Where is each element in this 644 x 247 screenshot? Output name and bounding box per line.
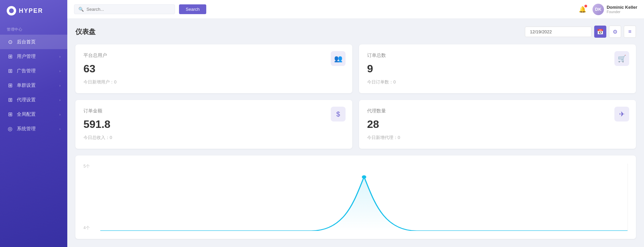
chart-y-labels: 5个4个 [83,164,94,231]
stat-icon-order-amount: $ [331,107,346,121]
sidebar-icon-agent: ⊞ [7,97,13,103]
search-input[interactable] [86,7,171,12]
sidebar-logo: HYPER [0,0,67,22]
stat-label-total-users: 平台总用户 [83,52,344,59]
sidebar-item-agent[interactable]: ⊞代理设置› [0,93,67,107]
sidebar-arrow-global: › [59,112,61,116]
stat-value-total-users: 63 [83,63,344,75]
search-wrapper: 🔍 [74,4,175,14]
stat-footer-total-users: 今日新增用户：0 [83,79,344,85]
stat-icon-agent-count: ✈ [614,107,629,121]
settings-button[interactable]: ⚙ [609,26,621,38]
content-header: 仪表盘 📅 ⚙ ≡ [75,26,636,38]
calendar-button[interactable]: 📅 [594,26,606,38]
chart-svg [100,164,628,231]
stat-label-order-amount: 订单金额 [83,108,344,114]
stats-grid: 平台总用户 63 今日新增用户：0 👥 订单总数 9 今日订单数：0 🛒 订单金… [75,44,636,149]
sidebar-label-home: 后台首页 [17,39,36,45]
sidebar-label-cluster: 单群设置 [17,82,36,89]
sidebar-label-ad: 广告管理 [17,68,36,74]
stat-footer-total-orders: 今日订单数：0 [367,79,628,85]
sidebar-label-user: 用户管理 [17,54,36,60]
stat-card-order-amount: 订单金额 591.8 今日总收入：0 $ [75,100,352,149]
sidebar-item-home[interactable]: ⊙后台首页 [0,35,67,49]
chart-card: 5个4个 [75,155,636,239]
logo-text: HYPER [19,7,43,14]
filter-icon: ≡ [628,29,631,35]
content-area: 仪表盘 📅 ⚙ ≡ 平台总用户 63 今日新增用户：0 👥 订单总数 9 今日订… [67,19,644,247]
avatar: DK [593,4,604,15]
sidebar-label-agent: 代理设置 [17,97,36,103]
header: 🔍 Search 🔔 DK Dominic Keller Founder [67,0,644,19]
sidebar-label-system: 系统管理 [17,126,36,132]
sidebar-section-label: 管理中心 [0,22,67,35]
stat-card-total-users: 平台总用户 63 今日新增用户：0 👥 [75,44,352,93]
sidebar-icon-ad: ⊞ [7,68,13,74]
stat-icon-total-orders: 🛒 [614,51,629,66]
page-title: 仪表盘 [75,27,96,36]
sidebar: HYPER 管理中心 ⊙后台首页⊞用户管理›⊞广告管理›⊞单群设置›⊞代理设置›… [0,0,67,247]
logo-icon [7,6,16,15]
stat-card-agent-count: 代理数量 28 今日新增代理：0 ✈ [359,100,636,149]
stat-value-total-orders: 9 [367,63,628,75]
sidebar-item-user[interactable]: ⊞用户管理› [0,49,67,64]
sidebar-arrow-system: › [59,127,61,131]
sidebar-item-global[interactable]: ⊞全局配置› [0,107,67,121]
settings-icon: ⚙ [613,29,617,35]
sidebar-icon-home: ⊙ [7,39,13,45]
date-picker[interactable] [525,27,592,37]
sidebar-arrow-ad: › [59,69,61,73]
sidebar-icon-user: ⊞ [7,53,13,60]
sidebar-icon-system: ◎ [7,126,13,132]
filter-button[interactable]: ≡ [624,26,636,38]
search-button[interactable]: Search [179,4,206,14]
header-actions: 📅 ⚙ ≡ [525,26,636,38]
notification-bell[interactable]: 🔔 [576,3,588,15]
stat-value-order-amount: 591.8 [83,118,344,131]
sidebar-arrow-agent: › [59,98,61,102]
stat-icon-total-users: 👥 [331,51,346,66]
notification-dot [584,5,587,7]
chart-y-label-0: 5个 [83,164,94,169]
sidebar-icon-global: ⊞ [7,111,13,117]
calendar-icon: 📅 [597,29,604,35]
user-role: Founder [607,10,637,14]
search-icon: 🔍 [78,7,84,12]
stat-label-total-orders: 订单总数 [367,52,628,59]
user-name: Dominic Keller [607,5,637,10]
sidebar-item-system[interactable]: ◎系统管理› [0,121,67,136]
user-menu[interactable]: DK Dominic Keller Founder [593,4,637,15]
chart-divider [628,164,628,231]
sidebar-items: ⊙后台首页⊞用户管理›⊞广告管理›⊞单群设置›⊞代理设置›⊞全局配置›◎系统管理… [0,35,67,136]
sidebar-icon-cluster: ⊞ [7,82,13,89]
stat-value-agent-count: 28 [367,118,628,131]
sidebar-arrow-cluster: › [59,83,61,87]
stat-label-agent-count: 代理数量 [367,108,628,114]
user-info: Dominic Keller Founder [607,5,637,14]
sidebar-item-cluster[interactable]: ⊞单群设置› [0,78,67,93]
stat-card-total-orders: 订单总数 9 今日订单数：0 🛒 [359,44,636,93]
sidebar-item-ad[interactable]: ⊞广告管理› [0,64,67,78]
sidebar-arrow-user: › [59,55,61,59]
main-content: 🔍 Search 🔔 DK Dominic Keller Founder 仪表盘… [67,0,644,247]
chart-area [100,164,628,231]
stat-footer-order-amount: 今日总收入：0 [83,135,344,141]
svg-point-0 [362,175,366,179]
stat-footer-agent-count: 今日新增代理：0 [367,135,628,141]
chart-y-label-1: 4个 [83,225,94,231]
sidebar-label-global: 全局配置 [17,111,36,117]
